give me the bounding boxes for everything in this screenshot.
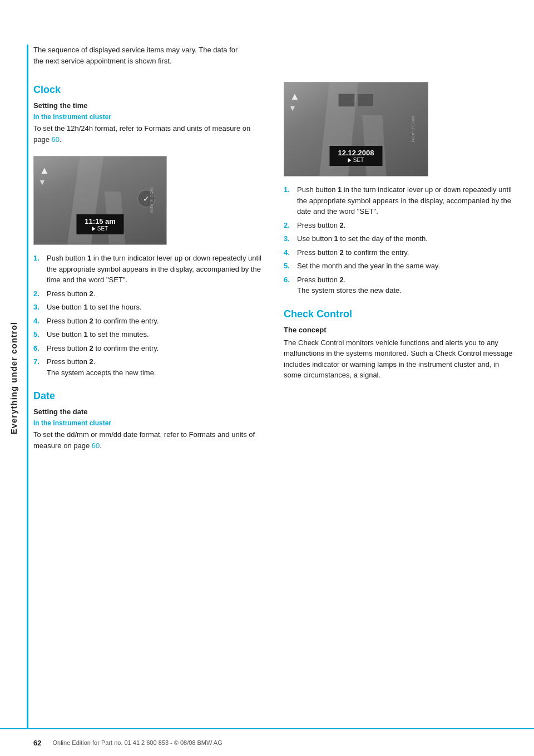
format-page-link[interactable]: 60 [52, 135, 60, 144]
clock-title: Clock [33, 84, 267, 96]
clock-dashboard-image: ▲ ▼ ✓ 11:15 am SET [33, 156, 167, 245]
set-label: SET [97, 225, 108, 232]
date-steps-list: 1. Push button 1 in the turn indicator l… [284, 184, 517, 296]
list-item: 7. Press button 2.The system accepts the… [33, 356, 267, 378]
check-control-description: The Check Control monitors vehicle funct… [284, 337, 517, 381]
sidebar-title: Everything under control [9, 322, 18, 434]
right-column: ▲ ▼ 12.12.2008 SET [284, 82, 517, 462]
time-value: 11:15 am [83, 217, 117, 225]
list-item: 1. Push button 1 in the turn indicator l… [284, 184, 517, 217]
list-item: 3. Use button 1 to set the hours. [33, 302, 267, 313]
date-value: 12.12.2008 [338, 149, 375, 157]
date-format-page-link[interactable]: 60 [92, 441, 100, 450]
list-item: 6. Press button 2 to confirm the entry. [33, 343, 267, 354]
clock-format-description: To set the 12h/24h format, refer to Form… [33, 123, 267, 145]
date-arrow-icon [348, 158, 352, 163]
list-item: 5. Use button 1 to set the minutes. [33, 329, 267, 340]
setting-date-title: Setting the date [33, 408, 267, 416]
dashboard-background-right: ▲ ▼ 12.12.2008 SET [284, 82, 428, 176]
main-content: The sequence of displayed service items … [33, 0, 517, 495]
time-display-box: 11:15 am SET [77, 214, 124, 234]
set-label-row: SET [83, 225, 117, 232]
list-item: 5. Set the month and the year in the sam… [284, 261, 517, 272]
intro-paragraph: The sequence of displayed service items … [33, 45, 245, 66]
date-dashboard-image: ▲ ▼ 12.12.2008 SET [284, 82, 428, 176]
date-section: Date Setting the date In the instrument … [33, 390, 267, 451]
footer: 62 Online Edition for Part no. 01 41 2 6… [0, 728, 534, 756]
nav-icon-left: ▲ [39, 165, 50, 176]
list-item: 4. Press button 2 to confirm the entry. [284, 247, 517, 258]
sidebar-accent-bar [27, 45, 28, 728]
instrument-cluster-subtitle-date: In the instrument cluster [33, 419, 267, 427]
dashboard-background-left: ▲ ▼ ✓ 11:15 am SET [34, 156, 166, 244]
list-item: 4. Press button 2 to confirm the entry. [33, 316, 267, 327]
page-container: Everything under control The sequence of… [0, 0, 534, 756]
icon-squares-right [338, 94, 374, 107]
list-item: 1. Push button 1 in the turn indicator l… [33, 253, 267, 286]
left-column: Clock Setting the time In the instrument… [33, 82, 267, 462]
date-display-box: 12.12.2008 SET [330, 146, 383, 166]
two-column-layout: Clock Setting the time In the instrument… [33, 82, 517, 462]
footer-copyright: Online Edition for Part no. 01 41 2 600 … [52, 739, 222, 746]
list-item: 2. Press button 2. [284, 220, 517, 231]
image-watermark-left: WCC-E-ADM [150, 187, 155, 214]
nav-icon-down: ▼ [38, 178, 46, 186]
arrow-icon [92, 227, 96, 231]
sidebar-label: Everything under control [0, 0, 27, 756]
list-item: 6. Press button 2.The system stores the … [284, 274, 517, 296]
clock-steps-list: 1. Push button 1 in the turn indicator l… [33, 253, 267, 378]
date-set-label-row: SET [338, 157, 375, 163]
setting-time-title: Setting the time [33, 101, 267, 110]
clock-section: Clock Setting the time In the instrument… [33, 84, 267, 145]
check-control-section: Check Control The concept The Check Cont… [284, 308, 517, 381]
list-item: 2. Press button 2. [33, 288, 267, 300]
concept-subtitle: The concept [284, 326, 517, 334]
icon-sq-1 [338, 94, 355, 107]
instrument-cluster-subtitle-left: In the instrument cluster [33, 113, 267, 121]
check-control-title: Check Control [284, 308, 517, 320]
list-item: 3. Use button 1 to set the day of the mo… [284, 233, 517, 244]
image-watermark-right: WCC-E-ADM [411, 116, 416, 143]
page-number: 62 [33, 739, 41, 747]
date-format-description: To set the dd/mm or mm/dd date format, r… [33, 429, 267, 451]
nav-icon-right-up: ▲ [290, 91, 300, 102]
icon-sq-2 [357, 94, 374, 107]
date-title: Date [33, 390, 267, 402]
nav-icon-right-down: ▼ [289, 104, 296, 112]
date-set-label: SET [353, 157, 364, 163]
